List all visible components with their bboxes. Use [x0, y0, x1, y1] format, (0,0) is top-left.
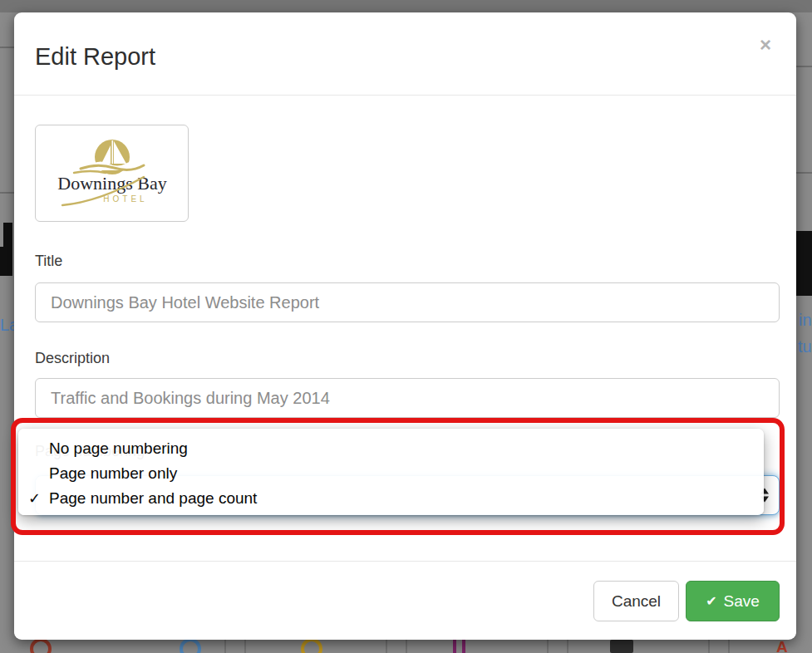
backdrop-divider	[244, 640, 246, 653]
backdrop-divider	[567, 640, 568, 653]
modal-header: Edit Report ×	[14, 12, 796, 96]
dropdown-option-page-number-and-count[interactable]: ✓ Page number and page count	[18, 486, 764, 511]
report-logo-thumbnail: Downings Bay HOTEL	[35, 125, 189, 222]
backdrop-heading-fragment	[3, 223, 12, 249]
page-numbering-dropdown-menu: No page numbering Page number only ✓ Pag…	[18, 429, 764, 515]
save-disk-icon	[610, 640, 633, 653]
dropdown-option-label: No page numbering	[49, 439, 188, 457]
backdrop-divider	[796, 172, 812, 174]
gauge-icon	[30, 638, 52, 653]
backdrop-divider	[796, 66, 812, 67]
backdrop-divider	[406, 640, 407, 653]
backdrop-divider	[708, 640, 710, 653]
title-input[interactable]	[35, 282, 780, 322]
save-button-label: Save	[724, 592, 760, 611]
dropdown-option-label: Page number and page count	[49, 489, 257, 507]
clock-icon	[301, 638, 322, 653]
dropdown-option-no-page-numbering[interactable]: No page numbering	[18, 436, 764, 461]
title-label: Title	[35, 253, 62, 270]
dropdown-option-label: Page number only	[49, 464, 177, 482]
cancel-button[interactable]: Cancel	[593, 581, 679, 621]
backdrop-divider	[728, 640, 730, 653]
backdrop-heading-fragment	[796, 231, 812, 296]
check-icon: ✔	[706, 595, 716, 608]
backdrop-divider	[547, 640, 549, 653]
chart-bars-icon	[462, 640, 465, 653]
description-input[interactable]	[35, 378, 780, 418]
backdrop-link-fragment: tu	[798, 337, 812, 356]
edit-report-modal: Edit Report × Downings Bay HOTEL Title D…	[14, 12, 796, 640]
modal-title: Edit Report	[35, 43, 155, 71]
backdrop-divider	[386, 640, 387, 653]
checkmark-icon: ✓	[28, 486, 47, 511]
backdrop-divider	[0, 192, 14, 194]
backdrop-divider	[224, 640, 226, 653]
close-icon[interactable]: ×	[760, 35, 771, 55]
dropdown-option-page-number-only[interactable]: Page number only	[18, 461, 764, 486]
logo-tagline-text: HOTEL	[103, 194, 147, 204]
description-label: Description	[35, 350, 110, 367]
hotel-logo-image: Downings Bay HOTEL	[46, 134, 179, 213]
backdrop-divider	[0, 47, 14, 48]
backdrop-top-band	[0, 0, 812, 12]
pdf-icon: A	[776, 638, 788, 653]
save-button[interactable]: ✔ Save	[686, 581, 780, 621]
browser-icon	[180, 638, 201, 653]
backdrop-link-fragment: in	[799, 311, 812, 330]
chart-bars-icon	[453, 640, 456, 653]
logo-name-text: Downings Bay	[57, 173, 166, 194]
backdrop-heading-fragment	[0, 247, 12, 276]
